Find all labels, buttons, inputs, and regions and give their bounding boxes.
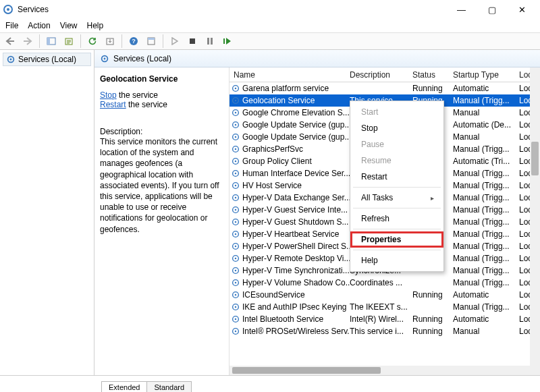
service-startup-type: Manual (Trigg... [453, 254, 519, 263]
properties-button[interactable] [144, 34, 159, 49]
gear-icon [6, 55, 16, 64]
vertical-scrollbar[interactable] [530, 67, 540, 375]
service-startup-type: Automatic (Tri... [453, 157, 519, 166]
close-button[interactable]: ✕ [507, 0, 537, 19]
service-name: Human Interface Device Ser... [242, 169, 350, 178]
svg-point-49 [235, 270, 236, 271]
selected-service-name: Geolocation Service [100, 74, 223, 84]
col-description[interactable]: Description [350, 70, 412, 80]
help-button[interactable]: ? [126, 34, 141, 49]
restart-suffix: the service [126, 100, 167, 109]
service-row[interactable]: Intel Bluetooth ServiceIntel(R) Wirel...… [230, 313, 540, 325]
export-list-button[interactable] [103, 34, 117, 49]
service-name: Hyper-V Time Synchronizati... [242, 266, 350, 275]
panel-title: Services (Local) [113, 54, 171, 63]
service-name: Hyper-V Data Exchange Ser... [242, 193, 350, 202]
service-status: Running [412, 314, 453, 324]
restart-service-button[interactable] [220, 34, 235, 49]
minimize-button[interactable]: ― [446, 0, 477, 19]
svg-point-29 [235, 148, 236, 150]
service-name: Hyper-V Volume Shadow Co... [242, 278, 350, 287]
svg-point-47 [235, 258, 236, 259]
service-row[interactable]: IKE and AuthIP IPsec Keying ...The IKEEX… [230, 301, 540, 313]
svg-point-15 [10, 59, 12, 61]
horizontal-scrollbar[interactable] [230, 366, 540, 375]
svg-rect-3 [47, 38, 50, 45]
ctx-properties[interactable]: Properties [350, 231, 443, 248]
back-button[interactable] [3, 34, 18, 49]
gear-icon [231, 302, 240, 312]
start-service-button[interactable] [167, 34, 182, 49]
export-button[interactable] [61, 34, 76, 49]
svg-point-59 [235, 331, 236, 332]
service-row[interactable]: ICEsoundServiceRunningAutomaticLoc [230, 289, 540, 301]
ctx-stop[interactable]: Stop [350, 120, 443, 136]
restart-service-link[interactable]: Restart [100, 100, 126, 109]
ctx-pause[interactable]: Pause [350, 136, 443, 152]
maximize-button[interactable]: ▢ [477, 0, 507, 19]
app-icon [3, 4, 14, 15]
service-startup-type: Automatic [453, 290, 519, 300]
service-row[interactable]: Garena platform serviceRunningAutomaticL… [230, 82, 540, 94]
service-name: HV Host Service [242, 181, 302, 190]
tab-standard[interactable]: Standard [146, 381, 192, 392]
svg-point-23 [235, 112, 236, 113]
service-description: Intel(R) Wirel... [350, 314, 412, 324]
menu-help[interactable]: Help [87, 21, 104, 30]
service-startup-type: Manual (Trigg... [453, 96, 519, 105]
gear-icon [231, 290, 240, 300]
ctx-all-tasks[interactable]: All Tasks▸ [350, 190, 443, 206]
service-row[interactable]: Hyper-V Volume Shadow Co...Coordinates .… [230, 277, 540, 289]
svg-point-27 [235, 136, 236, 138]
menu-file[interactable]: File [5, 21, 18, 30]
service-name: Google Update Service (gup... [242, 132, 350, 142]
service-name: ICEsoundService [242, 290, 305, 300]
service-name: Intel® PROSet/Wireless Serv... [242, 327, 350, 336]
ctx-refresh[interactable]: Refresh [350, 211, 443, 227]
service-startup-type: Manual (Trigg... [453, 193, 519, 202]
svg-point-17 [104, 57, 106, 59]
service-startup-type: Manual (Trigg... [453, 205, 519, 215]
gear-icon [231, 120, 240, 130]
service-description: This service i... [350, 327, 412, 336]
svg-rect-13 [223, 38, 225, 44]
svg-point-1 [7, 8, 9, 11]
gear-icon [231, 84, 240, 93]
refresh-button[interactable] [85, 34, 100, 49]
svg-point-57 [235, 318, 236, 320]
svg-rect-10 [190, 38, 195, 44]
svg-point-55 [235, 306, 236, 308]
service-status: Running [412, 84, 453, 93]
service-startup-type: Automatic (De... [453, 120, 519, 130]
forward-button[interactable] [20, 34, 35, 49]
ctx-start[interactable]: Start [350, 104, 443, 120]
description-text: This service monitors the current locati… [100, 136, 223, 235]
show-hide-tree-button[interactable] [44, 34, 59, 49]
gear-icon [231, 108, 240, 117]
ctx-help[interactable]: Help [350, 252, 443, 269]
service-startup-type: Manual [453, 108, 519, 117]
service-row[interactable]: Intel® PROSet/Wireless Serv...This servi… [230, 325, 540, 337]
service-name: GraphicsPerfSvc [242, 144, 303, 154]
menu-view[interactable]: View [60, 21, 78, 30]
svg-point-35 [235, 185, 236, 186]
col-startup[interactable]: Startup Type [453, 70, 519, 80]
stop-service-button[interactable] [185, 34, 200, 49]
service-name: Garena platform service [242, 84, 329, 93]
tree-node-services-local[interactable]: Services (Local) [3, 53, 91, 66]
menu-action[interactable]: Action [28, 21, 50, 30]
service-description: Coordinates ... [350, 278, 412, 287]
service-startup-type: Manual (Trigg... [453, 229, 519, 239]
col-name[interactable]: Name [230, 70, 350, 80]
tab-extended[interactable]: Extended [101, 381, 147, 392]
service-startup-type: Manual [453, 132, 519, 142]
svg-point-53 [235, 294, 236, 296]
svg-point-43 [235, 233, 236, 235]
service-name: Hyper-V Heartbeat Service [242, 229, 339, 239]
col-status[interactable]: Status [412, 70, 453, 80]
service-startup-type: Automatic [453, 314, 519, 324]
ctx-restart[interactable]: Restart [350, 169, 443, 185]
stop-service-link[interactable]: Stop [100, 90, 117, 100]
ctx-resume[interactable]: Resume [350, 152, 443, 169]
pause-service-button[interactable] [202, 34, 217, 49]
